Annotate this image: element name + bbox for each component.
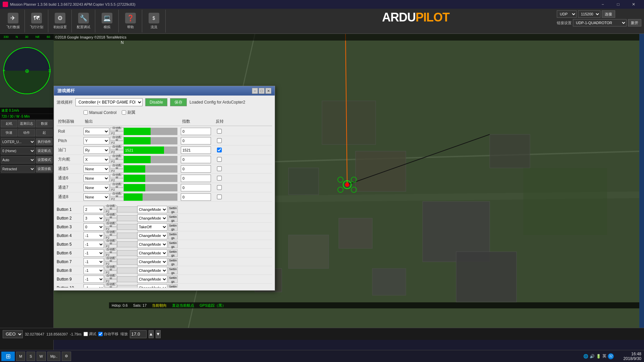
connection-type-select[interactable]: UDP TCP Serial [557, 10, 577, 18]
throttle-reverse-checkbox[interactable] [214, 147, 225, 152]
ch6-output-input[interactable] [181, 175, 211, 182]
maximize-button[interactable]: □ [610, 0, 626, 9]
dialog-scroll-area[interactable]: Roll Rx 自动配置 P2 Pitch [57, 127, 272, 288]
pitch-ctrl-select[interactable]: Y [84, 137, 109, 144]
retracted-select[interactable]: Retracted Deployed [1, 165, 35, 173]
btn6-settings-button[interactable]: Settings [168, 249, 178, 257]
btn2-num-select[interactable]: 3 [84, 215, 104, 222]
throttle-ctrl-select[interactable]: Ry [84, 146, 109, 154]
toolbar-btn-misc[interactable]: $ 流流 [142, 10, 166, 33]
map-scroll-strip[interactable] [639, 34, 644, 330]
ch7-output-input[interactable] [181, 184, 211, 191]
roll-auto2-button[interactable]: P2 [110, 131, 124, 135]
btn9-auto1[interactable]: 自动配置 [105, 275, 117, 279]
btn10-action-select[interactable]: ChangeMode [137, 284, 167, 288]
toolbar-btn-flight-data[interactable]: ✈ 飞行数据 [1, 10, 25, 33]
profile-select[interactable]: UDP-1-QUADROTOR [573, 19, 627, 26]
btn3-action-select[interactable]: TakeOff [137, 223, 167, 231]
rudder-auto2-button[interactable]: P2 [110, 160, 124, 163]
btn4-auto1[interactable]: 自动配置 [105, 232, 117, 235]
set-mode-button[interactable]: 设置模式 [36, 156, 53, 164]
throttle-output-input[interactable] [181, 146, 211, 154]
save-button[interactable]: 保存 [170, 98, 187, 106]
btn3-auto1[interactable]: 自动配置 [105, 223, 117, 227]
taskbar-app-mp[interactable]: Mp.. [47, 352, 60, 361]
btn6-action-select[interactable]: ChangeMode [137, 249, 167, 257]
zoom-input[interactable] [130, 330, 147, 338]
auto-select[interactable]: Auto Loiter RTL [1, 156, 35, 164]
btn7-auto1[interactable]: 自动配置 [105, 258, 117, 261]
set-waypoint-button[interactable]: 设定航点 [36, 147, 53, 155]
btn9-num-select[interactable]: -1 [84, 276, 104, 283]
btn1-num-select[interactable]: 2 [84, 206, 104, 213]
btn2-action-select[interactable]: ChangeMode [137, 215, 167, 222]
ch5-ctrl-select[interactable]: None [84, 165, 109, 173]
btn10-num-select[interactable]: -1 [84, 284, 104, 288]
roll-auto1-button[interactable]: 自动配置 [110, 127, 124, 131]
connect-button[interactable]: 连接 [602, 10, 615, 18]
btn9-action-select[interactable]: ChangeMode [137, 276, 167, 283]
ch5-auto1-button[interactable]: 自动配置 [110, 165, 124, 169]
ch8-output-input[interactable] [181, 193, 211, 201]
ch6-ctrl-select[interactable]: None [84, 175, 109, 182]
ch6-auto2-button[interactable]: P2 [110, 178, 124, 182]
debug-checkbox[interactable] [84, 332, 88, 336]
auto-move-checkbox[interactable] [98, 332, 103, 336]
btn7-num-select[interactable]: -1 [84, 258, 104, 265]
roll-ctrl-select[interactable]: Rx [84, 128, 109, 135]
coord-system-select[interactable]: GEO UTM [3, 330, 23, 338]
pitch-auto2-button[interactable]: P2 [110, 141, 124, 144]
ch8-auto1-button[interactable]: 自动配置 [110, 193, 124, 197]
controller-select[interactable]: Controller (< BETOP GAME FOR W [75, 98, 143, 106]
ch8-reverse-checkbox[interactable] [214, 194, 225, 199]
arm-button[interactable]: 起机 [1, 120, 17, 127]
rudder-reverse-checkbox[interactable] [214, 157, 225, 162]
btn10-auto1[interactable]: 自动配置 [105, 284, 117, 288]
pitch-reverse-checkbox[interactable] [214, 138, 225, 143]
throttle-auto1-button[interactable]: 自动配置 [110, 146, 124, 150]
ch8-auto2-button[interactable]: P2 [110, 197, 124, 201]
home-select[interactable]: 0 (Home) [1, 147, 35, 155]
btn1-settings-button[interactable]: Settings [168, 206, 178, 213]
btn8-auto1[interactable]: 自动配置 [105, 266, 117, 270]
btn7-settings-button[interactable]: Settings [168, 258, 178, 265]
action-button[interactable]: 动作 [18, 129, 35, 136]
pitch-auto1-button[interactable]: 自动配置 [110, 137, 124, 140]
btn9-settings-button[interactable]: Settings [168, 276, 178, 283]
btn4-settings-button[interactable]: Settings [168, 232, 178, 239]
ch5-output-input[interactable] [181, 165, 211, 173]
zoom-up-button[interactable]: ▲ [149, 330, 154, 338]
btn5-action-select[interactable]: ChangeMode [137, 241, 167, 248]
start-button[interactable]: 起 [36, 129, 53, 136]
open-btn[interactable]: 新开 [628, 19, 641, 26]
rudder-output-input[interactable] [181, 156, 211, 163]
ch6-auto1-button[interactable]: 自动配置 [110, 174, 124, 178]
zoom-down-button[interactable]: ▼ [156, 330, 161, 338]
set-mount-button[interactable]: 设置挂载 [36, 165, 53, 173]
ch6-reverse-checkbox[interactable] [214, 176, 225, 180]
pitch-output-input[interactable] [181, 137, 211, 144]
throttle-auto2-button[interactable]: P2 [110, 150, 124, 154]
btn3-settings-button[interactable]: Settings [168, 223, 178, 231]
close-button[interactable]: ✕ [626, 0, 641, 9]
btn4-action-select[interactable]: ChangeMode [137, 232, 167, 239]
roll-output-input[interactable] [181, 128, 211, 135]
ch7-auto1-button[interactable]: 自动配置 [110, 184, 124, 187]
toolbar-btn-sim[interactable]: 💻 模拟 [95, 10, 119, 33]
btn10-settings-button[interactable]: Settings [168, 284, 178, 288]
baud-rate-select[interactable]: 115200 57600 [578, 10, 600, 18]
data-button[interactable]: 数据 [36, 120, 53, 127]
taskbar-app-2[interactable]: S [26, 352, 35, 361]
fan-checkbox[interactable] [122, 110, 126, 115]
ch7-ctrl-select[interactable]: None [84, 184, 109, 191]
dialog-minimize-button[interactable]: − [252, 88, 258, 94]
btn1-auto1[interactable]: 自动配置 [105, 205, 117, 209]
loiter-select[interactable]: LOITER_U... AUTO STABILIZE [1, 138, 35, 145]
btn7-action-select[interactable]: ChangeMode [137, 258, 167, 265]
toolbar-btn-config[interactable]: 🔧 配置调试 [72, 10, 95, 33]
toolbar-btn-help[interactable]: ❓ 帮助 [119, 10, 142, 33]
btn5-auto1[interactable]: 自动配置 [105, 240, 117, 244]
taskbar-app-settings[interactable]: ⚙ [62, 352, 71, 361]
dialog-close-button[interactable]: ✕ [265, 88, 271, 94]
manual-control-checkbox[interactable] [84, 110, 88, 115]
